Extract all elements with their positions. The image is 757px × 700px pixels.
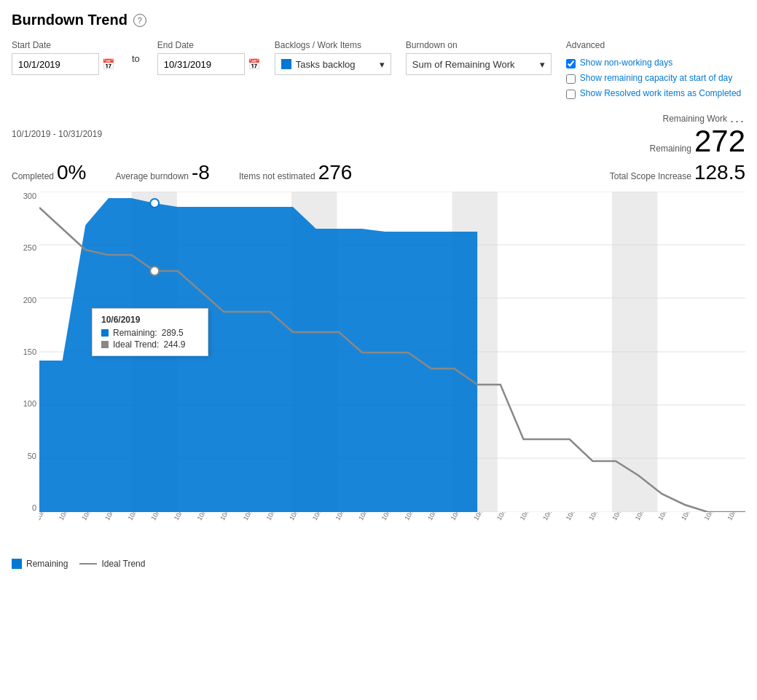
backlog-caret-icon: ▾ bbox=[380, 59, 385, 70]
items-not-estimated-label: Items not estimated bbox=[239, 171, 315, 181]
svg-text:10/25/2019: 10/25/2019 bbox=[587, 512, 610, 522]
svg-text:10/15/2019: 10/15/2019 bbox=[357, 512, 380, 522]
tooltip-ideal-value: 244.9 bbox=[163, 339, 185, 350]
svg-point-13 bbox=[150, 199, 159, 208]
svg-text:10/27/2019: 10/27/2019 bbox=[634, 512, 656, 522]
svg-text:10/26/2019: 10/26/2019 bbox=[611, 512, 633, 522]
y-label-200: 200 bbox=[23, 296, 36, 304]
y-label-0: 0 bbox=[32, 503, 36, 512]
avg-burndown-value: -8 bbox=[192, 161, 210, 184]
svg-text:10/12/2019: 10/12/2019 bbox=[288, 512, 310, 522]
chart-legend: Remaining Ideal Trend bbox=[12, 559, 745, 569]
svg-text:10/31/2019: 10/31/2019 bbox=[726, 512, 745, 522]
legend-remaining-label: Remaining bbox=[26, 559, 68, 569]
svg-text:10/7/2019: 10/7/2019 bbox=[173, 512, 193, 522]
y-label-100: 100 bbox=[23, 399, 36, 408]
y-label-300: 300 bbox=[23, 192, 36, 200]
total-scope-value: 128.5 bbox=[694, 161, 745, 184]
tooltip-remaining-value: 289.5 bbox=[162, 328, 184, 338]
backlog-color-icon bbox=[281, 59, 291, 69]
remaining-work-label: Remaining Work bbox=[663, 114, 727, 124]
calendar-icon-end[interactable]: 📅 bbox=[248, 58, 260, 70]
tooltip-remaining-label: Remaining: bbox=[113, 328, 157, 338]
svg-text:10/1/2019: 10/1/2019 bbox=[39, 512, 55, 522]
tooltip-remaining-icon bbox=[101, 329, 109, 337]
show-remaining-capacity-label: Show remaining capacity at start of day bbox=[580, 73, 732, 83]
remaining-sub-label: Remaining bbox=[650, 143, 691, 154]
end-date-label: End Date bbox=[157, 40, 260, 50]
svg-text:10/20/2019: 10/20/2019 bbox=[472, 512, 495, 522]
svg-text:10/22/2019: 10/22/2019 bbox=[519, 512, 541, 522]
svg-text:10/21/2019: 10/21/2019 bbox=[495, 512, 518, 522]
calendar-icon-start[interactable]: 📅 bbox=[102, 58, 114, 70]
legend-ideal-label: Ideal Trend bbox=[101, 559, 145, 569]
svg-text:10/18/2019: 10/18/2019 bbox=[426, 512, 449, 522]
x-axis: 10/1/2019 10/2/2019 10/3/2019 10/4/2019 … bbox=[39, 512, 745, 556]
show-remaining-capacity-checkbox[interactable] bbox=[566, 74, 576, 84]
burndown-value: Sum of Remaining Work bbox=[412, 59, 515, 70]
y-label-250: 250 bbox=[23, 243, 36, 252]
svg-text:10/13/2019: 10/13/2019 bbox=[311, 512, 334, 522]
legend-ideal-icon bbox=[79, 563, 97, 565]
svg-text:10/8/2019: 10/8/2019 bbox=[196, 512, 216, 522]
svg-point-12 bbox=[150, 267, 159, 275]
chart-container: 300 250 200 150 100 50 0 bbox=[12, 192, 745, 556]
show-resolved-label: Show Resolved work items as Completed bbox=[580, 88, 741, 98]
tooltip-ideal-icon bbox=[101, 341, 109, 348]
burndown-on-label: Burndown on bbox=[406, 40, 552, 50]
tooltip-ideal-label: Ideal Trend: bbox=[113, 339, 159, 350]
start-date-label: Start Date bbox=[12, 40, 114, 50]
y-axis: 300 250 200 150 100 50 0 bbox=[12, 192, 39, 512]
svg-text:10/19/2019: 10/19/2019 bbox=[450, 512, 472, 522]
items-not-estimated-value: 276 bbox=[318, 161, 353, 184]
svg-text:10/10/2019: 10/10/2019 bbox=[242, 512, 264, 522]
show-resolved-checkbox[interactable] bbox=[566, 90, 576, 99]
show-nonworking-label: Show non-working days bbox=[580, 58, 672, 68]
svg-text:10/24/2019: 10/24/2019 bbox=[565, 512, 587, 522]
svg-text:10/2/2019: 10/2/2019 bbox=[58, 512, 78, 522]
completed-value: 0% bbox=[57, 161, 86, 184]
advanced-label: Advanced bbox=[566, 40, 741, 50]
tooltip: 10/6/2019 Remaining: 289.5 Ideal Trend: … bbox=[92, 308, 208, 356]
burndown-caret-icon: ▾ bbox=[540, 59, 545, 70]
remaining-value: 272 bbox=[694, 126, 745, 157]
svg-text:10/6/2019: 10/6/2019 bbox=[149, 512, 170, 522]
to-label: to bbox=[129, 53, 143, 64]
backlog-value: Tasks backlog bbox=[296, 59, 356, 70]
backlog-dropdown[interactable]: Tasks backlog ▾ bbox=[275, 53, 391, 75]
completed-label: Completed bbox=[12, 171, 54, 181]
total-scope-label: Total Scope Increase bbox=[610, 171, 691, 181]
date-range-bar: 10/1/2019 - 10/31/2019 Remaining Work ..… bbox=[12, 111, 745, 157]
svg-text:10/3/2019: 10/3/2019 bbox=[80, 512, 101, 522]
legend-remaining-icon bbox=[12, 559, 22, 569]
show-nonworking-checkbox[interactable] bbox=[566, 59, 576, 68]
y-label-150: 150 bbox=[23, 347, 36, 356]
y-label-50: 50 bbox=[28, 452, 36, 460]
backlog-label: Backlogs / Work Items bbox=[275, 40, 391, 50]
svg-text:10/29/2019: 10/29/2019 bbox=[680, 512, 702, 522]
svg-text:10/14/2019: 10/14/2019 bbox=[334, 512, 356, 522]
date-range-text: 10/1/2019 - 10/31/2019 bbox=[12, 129, 102, 139]
svg-text:10/4/2019: 10/4/2019 bbox=[103, 512, 124, 522]
svg-text:10/9/2019: 10/9/2019 bbox=[219, 512, 239, 522]
page-title: Burndown Trend bbox=[12, 12, 128, 28]
svg-text:10/17/2019: 10/17/2019 bbox=[403, 512, 425, 522]
svg-text:10/16/2019: 10/16/2019 bbox=[380, 512, 403, 522]
help-icon[interactable]: ? bbox=[133, 14, 146, 27]
svg-text:10/5/2019: 10/5/2019 bbox=[127, 512, 147, 522]
svg-text:10/11/2019: 10/11/2019 bbox=[265, 512, 288, 522]
start-date-input[interactable] bbox=[12, 53, 99, 75]
svg-text:10/30/2019: 10/30/2019 bbox=[703, 512, 726, 522]
burndown-dropdown[interactable]: Sum of Remaining Work ▾ bbox=[406, 53, 552, 75]
svg-text:10/28/2019: 10/28/2019 bbox=[656, 512, 679, 522]
end-date-input[interactable] bbox=[157, 53, 245, 75]
tooltip-date: 10/6/2019 bbox=[101, 315, 199, 325]
avg-burndown-label: Average burndown bbox=[116, 171, 189, 181]
svg-text:10/23/2019: 10/23/2019 bbox=[541, 512, 564, 522]
